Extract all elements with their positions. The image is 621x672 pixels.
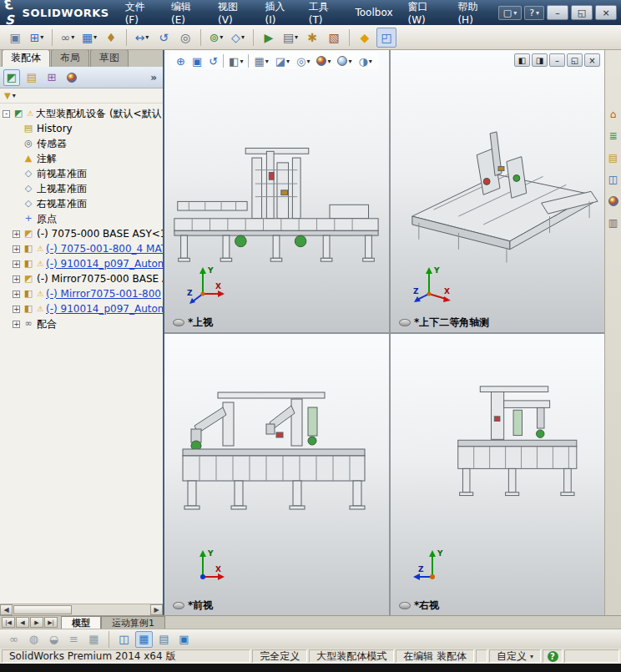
reference-geometry-button[interactable]: ◇▾ [228,28,248,48]
tree-item[interactable]: +∞配合 [0,316,163,331]
tree-item[interactable]: +◧⚠(-) Mirror7075-001-800 [0,286,163,301]
tree-item[interactable]: ◇上视基准面 [0,181,163,196]
view-orientation-icon[interactable]: ▦▾ [252,55,270,68]
menu-view[interactable]: 视图(V) [210,0,258,25]
expand-toggle-icon[interactable]: + [13,321,20,328]
filter-list-icon[interactable]: ≡ [65,631,83,648]
solidworks-resources-icon[interactable]: ⌂ [606,107,620,121]
tree-item[interactable]: -◩⚠大型装配机设备 (默认<默认 [0,106,163,121]
appearances-scenes-icon[interactable] [606,194,620,208]
doc-close-button[interactable]: × [584,53,600,67]
view-settings-icon[interactable]: ◑▾ [356,55,373,68]
component-pattern-button[interactable]: ▦▾ [79,28,99,48]
mate-button[interactable]: ∞▾ [58,28,78,48]
menu-toolbox[interactable]: Toolbox [347,0,400,25]
propertymanager-icon[interactable]: ▤ [23,69,40,86]
assembly-features-button[interactable]: ⊚▾ [206,28,226,48]
edit-appearance-icon[interactable]: ▾ [315,55,332,67]
tree-item[interactable]: +◩(-) 7075-000 BASE ASY<1> [0,226,163,241]
filter-mates-icon[interactable]: ∞ [5,631,23,648]
tree-item[interactable]: ◇右视基准面 [0,196,163,211]
pane-right-icon[interactable]: ◨ [532,53,548,67]
viewport-isometric-view[interactable]: Y X Z *上下二等角轴测 [391,50,604,332]
featuremanager-tree-icon[interactable]: ◩ [3,69,20,86]
tree-item[interactable]: ◎传感器 [0,136,163,151]
bill-of-materials-button[interactable]: ▤▾ [280,28,300,48]
viewport-front-view[interactable]: Y X *前视 [164,334,389,615]
viewport-layout-four-button[interactable]: ▦ [135,631,153,648]
doc-restore-button[interactable]: ◱ [567,53,583,67]
new-motion-study-button[interactable]: ▶ [259,28,279,48]
large-assembly-mode-button[interactable]: ◰ [376,28,396,48]
filter-caret-icon[interactable]: ▾ [13,92,16,99]
next-tab-button[interactable]: ▶ [30,617,43,628]
filter-grid-icon[interactable]: ▦ [85,631,103,648]
panel-tab-layout[interactable]: 布局 [51,50,89,67]
filter-lock-icon[interactable]: ◒ [45,631,63,648]
zoom-area-icon[interactable]: ▣ [190,55,204,68]
menu-help[interactable]: 帮助(H) [450,0,497,25]
exploded-view-button[interactable]: ✱ [302,28,322,48]
viewport-layout-two-button[interactable]: ◫ [115,631,133,648]
status-custom-menu[interactable]: 自定义 ▾ [489,649,541,663]
menu-edit[interactable]: 编辑(E) [164,0,210,25]
edit-component-button[interactable]: ▣ [5,28,25,48]
filter-funnel-icon[interactable]: ▼ [4,91,11,100]
file-explorer-icon[interactable]: ▤ [606,150,620,164]
expand-toggle-icon[interactable]: + [13,245,20,253]
last-tab-button[interactable]: ▶| [44,617,58,628]
tree-item[interactable]: +◩(-) Mirror7075-000 BASE AS [0,271,163,286]
apply-scene-icon[interactable]: ▾ [336,55,353,67]
restore-button[interactable]: ◱ [571,5,593,20]
new-document-button[interactable]: ▢▾ [498,6,522,20]
tree-item[interactable]: ◇前视基准面 [0,166,163,181]
viewport-splitter-horizontal[interactable] [164,332,604,334]
smart-fasteners-button[interactable]: ♦ [101,28,121,48]
tree-item[interactable]: +◧⚠(-) 910014_p097_Automa [0,301,163,316]
prev-tab-button[interactable]: ◀ [16,617,29,628]
interference-detection-button[interactable]: ▧ [324,28,344,48]
pane-left-icon[interactable]: ◧ [514,53,530,67]
expand-toggle-icon[interactable]: + [13,291,20,298]
display-style-icon[interactable]: ◪▾ [274,55,291,68]
menu-file[interactable]: 文件(F) [118,0,164,25]
expand-toggle-icon[interactable]: - [3,110,10,118]
custom-properties-icon[interactable]: ▥ [606,215,620,230]
scroll-left-button[interactable]: ◀ [0,604,13,615]
menu-window[interactable]: 窗口(W) [400,0,450,25]
previous-view-icon[interactable]: ↺ [207,55,220,68]
panel-tab-sketch[interactable]: 草图 [90,50,129,67]
tab-model[interactable]: 模型 [61,616,101,629]
viewport-right-view[interactable]: Y Z *右视 [391,334,604,615]
tree-item[interactable]: +◧⚠(-) 7075-001-800_4 MAT [0,241,163,256]
hide-show-items-icon[interactable]: ◎▾ [295,55,311,68]
scroll-right-button[interactable]: ▶ [150,604,163,615]
split-table-button[interactable]: ▤ [155,631,173,648]
expand-toggle-icon[interactable]: + [13,230,20,238]
show-hidden-components-button[interactable]: ◎ [175,28,195,48]
tree-item[interactable]: ▲注解 [0,151,163,166]
design-library-icon[interactable]: ≣ [606,129,620,143]
zoom-fit-icon[interactable]: ⊕ [174,55,187,68]
quick-tips-button[interactable]: ? [543,649,563,663]
expand-toggle-icon[interactable]: + [13,260,20,268]
menu-tools[interactable]: 工具(T) [301,0,348,25]
view-palette-icon[interactable]: ◫ [606,172,620,186]
tree-item[interactable]: ▤History [0,121,163,136]
section-view-icon[interactable]: ◧▾ [227,55,245,68]
help-menu-button[interactable]: ?▾ [524,6,544,20]
save-view-button[interactable]: ▣ [175,631,193,648]
menu-insert[interactable]: 插入(I) [258,0,301,25]
tree-item[interactable]: +◧⚠(-) 910014_p097_Automa [0,256,163,271]
expand-toggle-icon[interactable]: + [13,275,20,283]
first-tab-button[interactable]: |◀ [2,617,15,628]
panel-horizontal-scrollbar[interactable]: ◀ ▶ [0,604,163,615]
tab-motion-study-1[interactable]: 运动算例1 [101,616,165,629]
scrollbar-thumb[interactable] [13,605,72,614]
rotate-component-button[interactable]: ↺ [154,28,174,48]
tree-item[interactable]: +原点 [0,211,163,226]
panel-tab-assembly[interactable]: 装配体 [2,50,50,67]
viewport-top-view[interactable]: Y X Z *上视 [164,50,389,332]
panel-overflow-button[interactable]: » [148,72,159,83]
displaymanager-icon[interactable] [63,69,80,86]
